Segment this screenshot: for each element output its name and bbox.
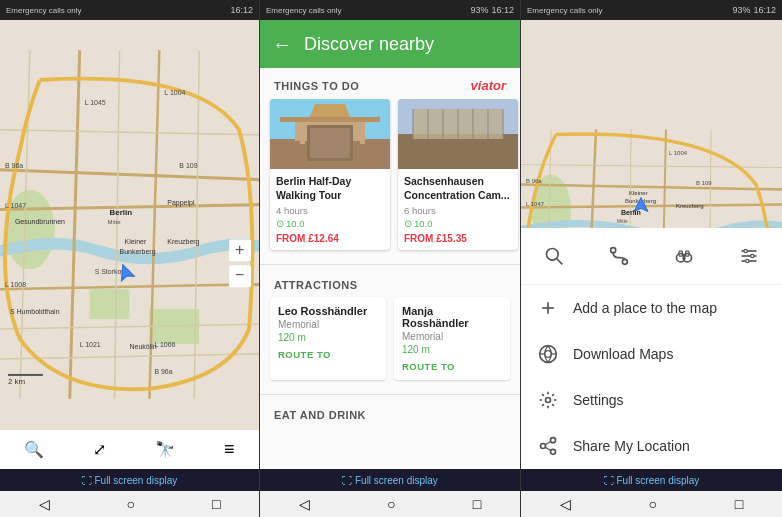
svg-rect-48 — [350, 141, 360, 161]
status-bar-1: Emergency calls only 16:12 — [0, 0, 259, 20]
svg-text:Pappelpl: Pappelpl — [167, 199, 195, 207]
emergency-calls-3: Emergency calls only — [527, 6, 603, 15]
svg-text:B 96a: B 96a — [526, 178, 542, 184]
menu-icon-toolbar — [521, 228, 782, 285]
route-btn-1[interactable]: ROUTE TO — [278, 349, 378, 360]
discover-title: Discover nearby — [304, 34, 434, 55]
search-icon-1[interactable]: 🔍 — [24, 440, 44, 459]
time-3: 16:12 — [753, 5, 776, 15]
nav-bottom-1: ◁ ○ □ — [0, 491, 259, 517]
menu-filter-btn[interactable] — [731, 238, 767, 274]
svg-marker-50 — [310, 104, 350, 117]
settings-menu-item[interactable]: Settings — [521, 377, 782, 423]
back-btn-2[interactable]: ◁ — [299, 496, 310, 512]
attraction-card-2[interactable]: Manja Rosshändler Memorial 120 m ROUTE T… — [394, 297, 510, 380]
add-place-menu-item[interactable]: Add a place to the map — [521, 285, 782, 331]
attraction-dist-1: 120 m — [278, 332, 378, 343]
svg-point-105 — [746, 259, 749, 262]
back-btn-3[interactable]: ◁ — [560, 496, 571, 512]
fullscreen-label-2: ⛶ Full screen display — [342, 475, 438, 486]
svg-text:L 1047: L 1047 — [5, 202, 26, 209]
tour-card-1[interactable]: Berlin Half-Day Walking Tour 4 hours ⊙ 1… — [270, 99, 390, 250]
screen3-menu: Emergency calls only 93% 16:12 — [521, 0, 782, 517]
back-btn-1[interactable]: ◁ — [39, 496, 50, 512]
download-maps-icon — [537, 343, 559, 365]
time-2: 16:12 — [491, 5, 514, 15]
screen1-map: Emergency calls only 16:12 — [0, 0, 260, 517]
things-to-do-label: THINGS TO DO — [274, 80, 359, 92]
attraction-type-1: Memorial — [278, 319, 378, 330]
attractions-header: ATTRACTIONS — [260, 269, 520, 297]
tour-card-img-2 — [398, 99, 518, 169]
attraction-name-1: Leo Rosshändler — [278, 305, 378, 317]
svg-text:L 1047: L 1047 — [526, 201, 545, 207]
back-arrow-btn[interactable]: ← — [272, 33, 292, 56]
menu-binoculars-btn[interactable] — [666, 238, 702, 274]
attraction-card-1[interactable]: Leo Rosshändler Memorial 120 m ROUTE TO — [270, 297, 386, 380]
home-btn-1[interactable]: ○ — [127, 496, 135, 512]
svg-text:L 1004: L 1004 — [669, 150, 688, 156]
route-btn-2[interactable]: ROUTE TO — [402, 361, 502, 372]
svg-line-116 — [545, 447, 551, 450]
tour-card-img-1 — [270, 99, 390, 169]
svg-line-117 — [545, 441, 551, 444]
route-icon-1[interactable]: ⤢ — [93, 440, 106, 459]
svg-rect-2 — [90, 289, 130, 319]
tour-rating-1: ⊙ 10.0 — [276, 218, 384, 229]
tours-cards-row: Berlin Half-Day Walking Tour 4 hours ⊙ 1… — [260, 99, 520, 260]
fullscreen-bar-1[interactable]: ⛶ Full screen display — [0, 469, 259, 491]
tour-price-1: FROM £12.64 — [276, 233, 384, 244]
svg-point-113 — [551, 438, 556, 443]
fullscreen-bar-2[interactable]: ⛶ Full screen display — [260, 469, 520, 491]
fullscreen-bar-3[interactable]: ⛶ Full screen display — [521, 469, 782, 491]
binoculars-icon-1[interactable]: 🔭 — [155, 440, 175, 459]
svg-rect-45 — [305, 141, 315, 161]
home-btn-2[interactable]: ○ — [387, 496, 395, 512]
svg-text:L 1066: L 1066 — [154, 341, 175, 348]
svg-text:Gesundbrunnen: Gesundbrunnen — [15, 219, 65, 226]
menu-route-btn[interactable] — [601, 238, 637, 274]
divider-1 — [260, 264, 520, 265]
svg-rect-49 — [280, 117, 380, 122]
recent-btn-1[interactable]: □ — [212, 496, 220, 512]
eat-drink-label: EAT AND DRINK — [274, 409, 366, 421]
emergency-calls-2: Emergency calls only — [266, 6, 342, 15]
menu-search-btn[interactable] — [536, 238, 572, 274]
svg-text:L 1021: L 1021 — [80, 341, 101, 348]
menu-icon-1[interactable]: ≡ — [224, 439, 235, 460]
svg-rect-46 — [320, 141, 330, 161]
svg-point-94 — [622, 259, 627, 264]
map-view-1[interactable]: B 96a L 1045 L 1004 L 1047 B 109 L 1008 … — [0, 20, 259, 429]
time-1: 16:12 — [230, 5, 253, 15]
svg-text:L 1004: L 1004 — [164, 89, 185, 96]
recent-btn-2[interactable]: □ — [473, 496, 481, 512]
svg-point-115 — [551, 449, 556, 454]
download-maps-menu-item[interactable]: Download Maps — [521, 331, 782, 377]
map-view-3[interactable]: B 96a L 1004 L 1047 B 109 L 1008 L 1021 … — [521, 20, 782, 469]
tour-card-2[interactable]: Sachsenhausen Concentration Cam... 6 hou… — [398, 99, 518, 250]
things-to-do-header: THINGS TO DO viator — [260, 68, 520, 99]
download-maps-label: Download Maps — [573, 346, 673, 362]
share-location-menu-item[interactable]: Share My Location — [521, 423, 782, 469]
bottom-toolbar-1: 🔍 ⤢ 🔭 ≡ — [0, 429, 259, 469]
eat-drink-header: EAT AND DRINK — [260, 399, 520, 427]
menu-overlay: Add a place to the map Download Maps Set… — [521, 228, 782, 469]
tour-rating-2: ⊙ 10.0 — [404, 218, 512, 229]
discover-scroll-content[interactable]: THINGS TO DO viator — [260, 68, 520, 469]
svg-rect-47 — [335, 141, 345, 161]
svg-line-92 — [556, 259, 562, 265]
viator-logo: viator — [471, 78, 506, 93]
svg-text:2 km: 2 km — [8, 377, 26, 386]
svg-point-93 — [611, 248, 616, 253]
svg-text:Mitte: Mitte — [617, 218, 628, 224]
tour-duration-1: 4 hours — [276, 205, 384, 216]
tour-card-body-1: Berlin Half-Day Walking Tour 4 hours ⊙ 1… — [270, 169, 390, 250]
home-btn-3[interactable]: ○ — [649, 496, 657, 512]
share-location-icon — [537, 435, 559, 457]
svg-text:−: − — [235, 266, 244, 283]
settings-icon — [537, 389, 559, 411]
screen2-discover: Emergency calls only 93% 16:12 ← Discove… — [260, 0, 521, 517]
recent-btn-3[interactable]: □ — [735, 496, 743, 512]
fullscreen-label-1: ⛶ Full screen display — [82, 475, 178, 486]
svg-text:B 109: B 109 — [179, 162, 197, 169]
